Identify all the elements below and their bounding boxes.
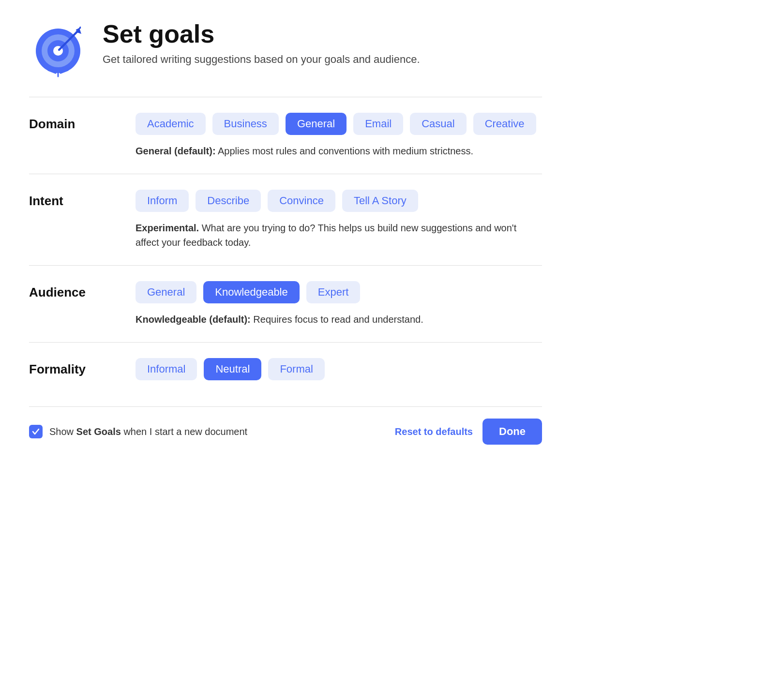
intent-chips: Inform Describe Convince Tell A Story: [136, 190, 542, 212]
audience-description: Knowledgeable (default): Requires focus …: [136, 312, 542, 327]
chip-creative[interactable]: Creative: [473, 113, 536, 135]
chip-formal[interactable]: Formal: [268, 358, 324, 380]
domain-label: Domain: [29, 113, 136, 132]
page-subtitle: Get tailored writing suggestions based o…: [103, 53, 420, 66]
formality-chips: Informal Neutral Formal: [136, 358, 542, 380]
chip-neutral[interactable]: Neutral: [204, 358, 261, 380]
domain-chips: Academic Business General Email Casual C…: [136, 113, 542, 135]
chip-informal[interactable]: Informal: [136, 358, 197, 380]
chip-describe[interactable]: Describe: [196, 190, 261, 212]
chip-academic[interactable]: Academic: [136, 113, 206, 135]
audience-section: Audience General Knowledgeable Expert Kn…: [29, 281, 542, 327]
audience-label: Audience: [29, 281, 136, 300]
domain-description-rest: Applies most rules and conventions with …: [216, 146, 473, 156]
audience-description-bold: Knowledgeable (default):: [136, 314, 251, 325]
checkmark-icon: [31, 427, 40, 436]
footer-left: Show Set Goals when I start a new docume…: [29, 425, 247, 438]
formality-content: Informal Neutral Formal: [136, 358, 542, 389]
set-goals-icon: [29, 19, 87, 77]
divider-domain: [29, 97, 542, 97]
header: Set goals Get tailored writing suggestio…: [29, 19, 542, 77]
show-goals-end: when I start a new document: [121, 426, 247, 437]
chip-casual[interactable]: Casual: [410, 113, 466, 135]
audience-chips: General Knowledgeable Expert: [136, 281, 542, 303]
intent-content: Inform Describe Convince Tell A Story Ex…: [136, 190, 542, 250]
formality-label: Formality: [29, 358, 136, 377]
chip-convince[interactable]: Convince: [268, 190, 335, 212]
show-goals-label: Show Set Goals when I start a new docume…: [49, 426, 247, 437]
reset-defaults-button[interactable]: Reset to defaults: [395, 426, 473, 437]
formality-section: Formality Informal Neutral Formal: [29, 358, 542, 389]
page-title: Set goals: [103, 19, 420, 48]
chip-tell-a-story[interactable]: Tell A Story: [342, 190, 418, 212]
intent-description-bold: Experimental.: [136, 223, 199, 233]
chip-audience-general[interactable]: General: [136, 281, 196, 303]
chip-audience-expert[interactable]: Expert: [306, 281, 361, 303]
intent-section: Intent Inform Describe Convince Tell A S…: [29, 190, 542, 250]
chip-inform[interactable]: Inform: [136, 190, 189, 212]
divider-audience: [29, 265, 542, 266]
footer: Show Set Goals when I start a new docume…: [29, 406, 542, 445]
intent-description: Experimental. What are you trying to do?…: [136, 221, 542, 250]
show-goals-plain: Show: [49, 426, 76, 437]
intent-label: Intent: [29, 190, 136, 209]
chip-business[interactable]: Business: [212, 113, 279, 135]
chip-email[interactable]: Email: [353, 113, 403, 135]
audience-description-rest: Requires focus to read and understand.: [251, 314, 423, 325]
header-text: Set goals Get tailored writing suggestio…: [103, 19, 420, 66]
chip-audience-knowledgeable[interactable]: Knowledgeable: [203, 281, 299, 303]
chip-general[interactable]: General: [286, 113, 347, 135]
domain-description-bold: General (default):: [136, 146, 216, 156]
divider-intent: [29, 174, 542, 174]
footer-right: Reset to defaults Done: [395, 419, 542, 445]
done-button[interactable]: Done: [482, 419, 542, 445]
domain-description: General (default): Applies most rules an…: [136, 144, 542, 158]
divider-formality: [29, 342, 542, 343]
domain-section: Domain Academic Business General Email C…: [29, 113, 542, 158]
domain-content: Academic Business General Email Casual C…: [136, 113, 542, 158]
show-goals-checkbox[interactable]: [29, 425, 43, 438]
audience-content: General Knowledgeable Expert Knowledgeab…: [136, 281, 542, 327]
show-goals-bold: Set Goals: [76, 426, 121, 437]
